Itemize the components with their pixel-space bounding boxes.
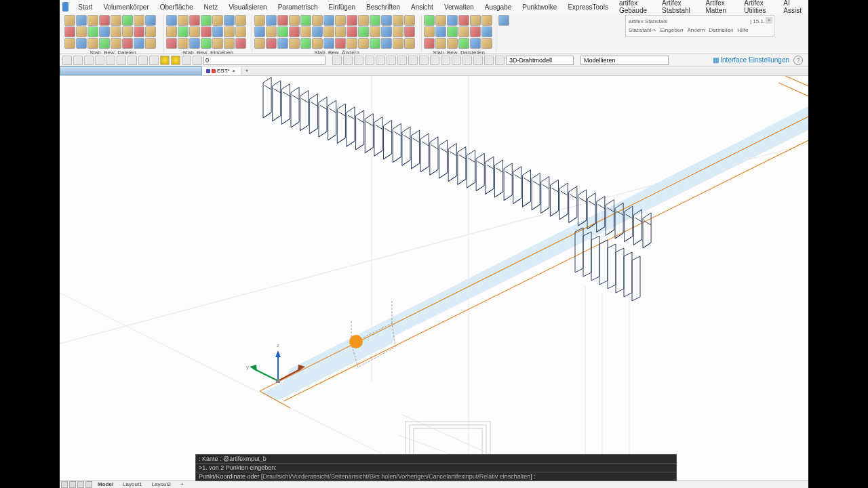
menu-item[interactable]: Artifex Matten [700,0,738,14]
layout-tab[interactable]: Model [94,481,117,487]
menu-item[interactable]: Visualisieren [223,3,273,11]
tool-icon[interactable] [122,26,133,37]
tool-icon[interactable] [76,15,87,26]
tool-icon[interactable] [178,38,189,49]
tool-icon[interactable] [99,38,110,49]
tool-icon[interactable] [145,15,156,26]
menu-item[interactable]: Ansicht [406,3,439,11]
tool-icon[interactable] [370,15,380,26]
tool-icon[interactable] [277,26,288,37]
command-input-line[interactable]: Punkt/Koordinate oder [Draufsicht/Vorder… [195,472,677,481]
tool-icon[interactable] [111,38,121,49]
tool-icon[interactable] [254,15,265,26]
menu-item[interactable]: Artifex Utilities [738,0,778,14]
menu-item[interactable]: AI Assist [778,0,807,14]
tool-icon[interactable] [458,15,469,26]
close-icon[interactable]: × [231,68,237,74]
tool-icon[interactable] [419,56,429,65]
workspace-combo[interactable]: Modellieren [580,56,669,65]
layout-add-button[interactable]: + [176,481,188,487]
menu-item[interactable]: Ausgabe [479,3,517,11]
tool-icon[interactable] [178,26,189,37]
tool-icon[interactable] [224,38,235,49]
tool-icon[interactable] [435,15,446,26]
document-tab[interactable]: EST* × [202,66,241,75]
menu-item[interactable]: Einfügen [323,3,361,11]
app-logo[interactable] [62,2,68,12]
close-icon[interactable]: × [766,17,772,24]
add-tab-button[interactable]: + [241,68,253,74]
tool-icon[interactable] [300,38,311,49]
nav-first-icon[interactable] [61,481,68,488]
tool-icon[interactable] [289,26,300,37]
tool-icon[interactable] [300,15,311,26]
tool-icon[interactable] [332,56,342,65]
tool-icon[interactable] [452,56,461,65]
tool-icon[interactable] [358,26,369,37]
tool-icon[interactable] [87,38,98,49]
tool-icon[interactable] [365,56,374,65]
tool-icon[interactable] [189,26,200,37]
tool-icon[interactable] [289,15,300,26]
menu-item[interactable]: Netz [199,3,224,11]
info-link[interactable]: Darstellen [709,27,733,33]
tool-icon[interactable] [134,15,144,26]
tool-icon[interactable] [277,38,288,49]
tool-icon[interactable] [458,26,469,37]
tool-icon[interactable] [201,26,212,37]
tool-icon[interactable] [495,56,505,65]
tool-icon[interactable] [481,38,492,49]
save-icon[interactable] [84,56,94,65]
tool-icon[interactable] [470,38,481,49]
tool-icon[interactable] [312,38,323,49]
tool-icon[interactable] [343,56,353,65]
tool-icon[interactable] [99,15,110,26]
nav-prev-icon[interactable] [69,481,76,488]
menu-item[interactable]: Verwalten [439,3,479,11]
tool-icon[interactable] [166,26,177,37]
tool-icon[interactable] [404,26,415,37]
tool-icon[interactable] [64,38,75,49]
undo-icon[interactable] [138,56,148,65]
gear-icon[interactable] [473,56,483,65]
tool-icon[interactable] [481,26,492,37]
tool-icon[interactable] [87,26,98,37]
tool-icon[interactable] [458,38,469,49]
menu-item[interactable]: Oberfläche [155,3,199,11]
tool-icon[interactable] [424,38,435,49]
tool-icon[interactable] [397,56,407,65]
menu-item[interactable]: Volumenkörper [98,3,154,11]
tool-icon[interactable] [381,15,392,26]
nav-next-icon[interactable] [77,481,84,488]
tool-icon[interactable] [87,15,98,26]
menu-item[interactable]: artifex Gebäude [614,0,656,14]
tool-icon[interactable] [254,26,265,37]
cube-icon[interactable] [441,56,450,65]
tool-icon[interactable] [117,56,126,65]
tool-icon[interactable] [166,15,177,26]
menu-item[interactable]: Artifex Stabstahl [656,0,700,14]
nav-last-icon[interactable] [85,481,92,488]
tool-icon[interactable] [354,56,363,65]
tool-icon[interactable] [447,15,458,26]
tool-icon[interactable] [404,38,415,49]
tool-icon[interactable] [201,15,212,26]
drawing-canvas[interactable]: z y [60,76,808,480]
tool-icon[interactable] [498,15,509,26]
tool-icon[interactable] [447,26,458,37]
tool-icon[interactable] [462,56,472,65]
tool-icon[interactable] [189,15,200,26]
tool-icon[interactable] [64,15,75,26]
tool-icon[interactable] [166,38,177,49]
info-link[interactable]: Stabstahl-> [629,27,656,33]
tool-icon[interactable] [381,38,392,49]
tool-icon[interactable] [430,56,439,65]
tool-icon[interactable] [111,15,121,26]
tool-icon[interactable] [111,26,121,37]
tool-icon[interactable] [358,15,369,26]
sun-icon[interactable] [171,56,180,65]
open-icon[interactable] [73,56,83,65]
cube-icon[interactable] [408,56,418,65]
menu-item[interactable]: Punktwolke [517,3,562,11]
tool-icon[interactable] [277,15,288,26]
